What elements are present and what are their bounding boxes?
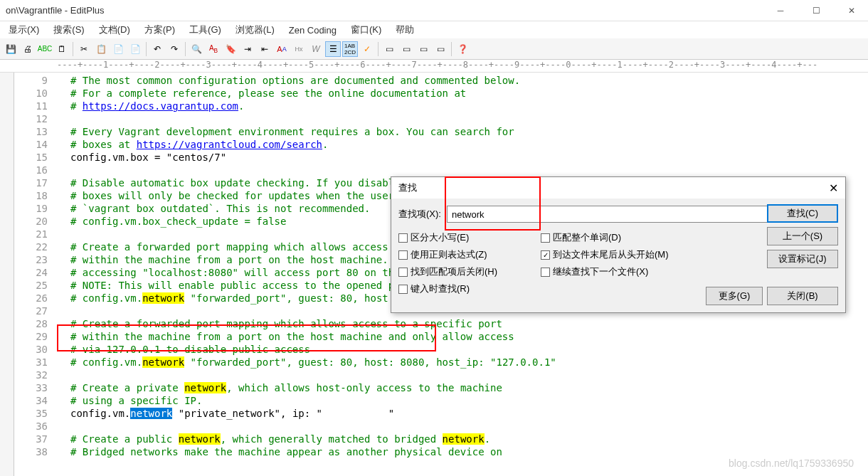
menu-search[interactable]: 搜索(S) xyxy=(48,22,90,38)
window3-icon[interactable]: ▭ xyxy=(416,41,431,57)
menu-window[interactable]: 窗口(K) xyxy=(345,22,387,38)
check-whole-word[interactable]: 匹配整个单词(D) xyxy=(541,231,697,244)
find-button[interactable]: 查找(C) xyxy=(767,204,838,223)
find-input[interactable] xyxy=(447,206,805,223)
check-icon[interactable]: ✓ xyxy=(359,41,375,57)
check-wrap[interactable]: ✓到达文件末尾后从头开始(M) xyxy=(541,248,697,261)
check-case[interactable]: 区分大小写(E) xyxy=(398,231,541,244)
prev-button[interactable]: 上一个(S) xyxy=(767,227,838,245)
print-icon[interactable]: 🖨 xyxy=(20,41,36,57)
watermark: blog.csdn.net/lq1759336950 xyxy=(729,458,854,469)
outdent-icon[interactable]: ⇤ xyxy=(257,41,272,57)
window1-icon[interactable]: ▭ xyxy=(381,41,397,57)
find-text-field[interactable] xyxy=(447,206,805,223)
close-button[interactable]: 关闭(B) xyxy=(767,287,838,305)
maximize-button[interactable]: ☐ xyxy=(805,1,827,19)
titlebar: on\Vagrantfile - EditPlus ─ ☐ ✕ xyxy=(0,0,868,21)
find-dialog: 查找 ✕ 查找项(X): ▾ ▾ 区分大小写(E) 使用正则表达式(Z) 找到匹… xyxy=(391,176,846,313)
copy-icon[interactable]: 📋 xyxy=(93,41,109,57)
separator xyxy=(185,42,186,56)
check-next-file[interactable]: 继续查找下一个文件(X) xyxy=(541,265,697,278)
check-incremental[interactable]: 键入时查找(R) xyxy=(398,282,541,295)
wrap-icon[interactable]: ☰ xyxy=(325,41,341,57)
window2-icon[interactable]: ▭ xyxy=(398,41,414,57)
hex-icon[interactable]: Hx xyxy=(291,41,307,57)
encoding-icon[interactable]: 1AB2CD xyxy=(342,41,358,57)
separator xyxy=(146,42,147,56)
bookmark-icon[interactable]: 🔖 xyxy=(223,41,238,57)
toolbar: 💾 🖨 ABC 🗒 ✂ 📋 📄 📄 ↶ ↷ 🔍 AB 🔖 ⇥ ⇤ AA Hx W… xyxy=(0,38,868,60)
menubar: 显示(X) 搜索(S) 文档(D) 方案(P) 工具(G) 浏览器(L) Zen… xyxy=(0,21,868,38)
font-icon[interactable]: AA xyxy=(274,41,290,57)
check-close-match[interactable]: 找到匹配项后关闭(H) xyxy=(398,265,541,278)
cut-icon[interactable]: ✂ xyxy=(76,41,92,57)
find-title: 查找 xyxy=(398,181,829,194)
help-icon[interactable]: ❓ xyxy=(455,41,470,57)
find-icon[interactable]: 🔍 xyxy=(189,41,204,57)
paste2-icon[interactable]: 📄 xyxy=(127,41,143,57)
mark-button[interactable]: 设置标记(J) xyxy=(767,250,838,268)
spell-icon[interactable]: ABC xyxy=(37,41,53,57)
menu-document[interactable]: 文档(D) xyxy=(93,22,136,38)
ruler: ----+----1----+----2----+----3----+----4… xyxy=(0,60,868,73)
line-gutter: 9101112131415161718192021222324252627282… xyxy=(14,73,53,476)
menu-project[interactable]: 方案(P) xyxy=(139,22,181,38)
separator xyxy=(73,42,73,56)
menu-browser[interactable]: 浏览器(L) xyxy=(230,22,280,38)
close-icon[interactable]: ✕ xyxy=(829,181,838,195)
separator xyxy=(378,42,379,56)
replace-icon[interactable]: AB xyxy=(206,41,221,57)
window4-icon[interactable]: ▭ xyxy=(433,41,448,57)
indent-icon[interactable]: ⇥ xyxy=(240,41,255,57)
close-button[interactable]: ✕ xyxy=(841,1,862,19)
side-panel[interactable] xyxy=(0,73,14,476)
preview-icon[interactable]: 🗒 xyxy=(54,41,70,57)
menu-tools[interactable]: 工具(G) xyxy=(184,22,227,38)
save-icon[interactable]: 💾 xyxy=(3,41,18,57)
separator xyxy=(451,42,452,56)
find-label: 查找项(X): xyxy=(398,208,441,221)
minimize-button[interactable]: ─ xyxy=(770,1,791,19)
window-controls: ─ ☐ ✕ xyxy=(770,1,862,19)
undo-icon[interactable]: ↶ xyxy=(149,41,165,57)
italic-icon[interactable]: W xyxy=(308,41,324,57)
find-titlebar: 查找 ✕ xyxy=(391,177,845,199)
more-button[interactable]: 更多(G) xyxy=(706,287,763,305)
window-title: on\Vagrantfile - EditPlus xyxy=(6,5,770,16)
check-regex[interactable]: 使用正则表达式(Z) xyxy=(398,248,541,261)
menu-zen[interactable]: Zen Coding xyxy=(283,23,342,37)
redo-icon[interactable]: ↷ xyxy=(166,41,182,57)
menu-help[interactable]: 帮助 xyxy=(390,22,420,38)
menu-display[interactable]: 显示(X) xyxy=(3,22,45,38)
paste-icon[interactable]: 📄 xyxy=(110,41,126,57)
